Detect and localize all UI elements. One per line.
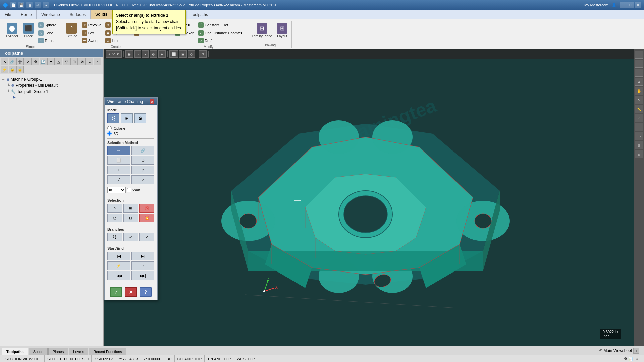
- se-btn-first[interactable]: |◀: [107, 252, 130, 260]
- viewport[interactable]: Auto ▼ ◉ ○ ● ◐ ◈ ⬜ ▣ ◇ ⚙ Streamingtea: [104, 49, 634, 346]
- wait-checkbox[interactable]: [127, 188, 131, 192]
- rt-view-iso[interactable]: ⊿: [635, 114, 643, 122]
- dialog-close-button[interactable]: ✕: [150, 99, 154, 104]
- se-btn-flash[interactable]: ⚡: [107, 261, 130, 270]
- tp-btn-10[interactable]: ⊞: [70, 58, 78, 65]
- help-button[interactable]: ?: [140, 287, 152, 297]
- sel-no-button[interactable]: 🚫: [139, 204, 154, 213]
- vp-icon-3[interactable]: ●: [142, 50, 149, 58]
- vp-icon-8[interactable]: ◇: [188, 50, 195, 58]
- se-btn-rewind[interactable]: |◀◀: [107, 271, 130, 280]
- loft-button[interactable]: ⊿ Loft: [80, 29, 103, 37]
- tp-btn-15[interactable]: 🔒: [9, 66, 16, 73]
- sel-btn-slash[interactable]: ╱: [107, 175, 130, 184]
- ok-button[interactable]: ✓: [110, 287, 122, 297]
- rt-view-top[interactable]: ⊤: [635, 123, 643, 131]
- 3d-radio-row[interactable]: 3D: [107, 131, 154, 136]
- status-tplane[interactable]: TPLANE: TOP: [205, 355, 234, 362]
- bottom-tab-solids[interactable]: Solids: [29, 348, 48, 355]
- trim-by-plane-button[interactable]: ⊟ Trim by Plane: [250, 21, 274, 39]
- 3d-radio[interactable]: [107, 131, 112, 136]
- bottom-tab-planes[interactable]: Planes: [48, 348, 68, 355]
- vp-auto-dropdown[interactable]: Auto ▼: [106, 50, 122, 58]
- layout-button[interactable]: ⊞ Layout: [275, 21, 289, 39]
- add-viewsheet-button[interactable]: +: [633, 348, 639, 354]
- vp-icon-5[interactable]: ◈: [158, 50, 166, 58]
- torus-button[interactable]: ◎ Torus: [37, 37, 58, 44]
- cancel-button[interactable]: ✕: [125, 287, 137, 297]
- rt-zoom-fit[interactable]: ⊡: [635, 60, 643, 68]
- tab-wireframe[interactable]: Wireframe: [37, 10, 65, 19]
- draft-button[interactable]: ↗ Draft: [197, 37, 244, 44]
- tp-btn-4[interactable]: ✕: [24, 58, 32, 65]
- maximize-button[interactable]: □: [627, 2, 634, 8]
- tp-btn-8[interactable]: △: [55, 58, 62, 65]
- cylinder-button[interactable]: ⬤ Cylinder: [4, 21, 20, 39]
- se-btn-next[interactable]: ▶|: [131, 252, 155, 260]
- revolve-button[interactable]: ↻ Revolve: [80, 21, 103, 29]
- sel-star-button[interactable]: 💥: [139, 214, 154, 222]
- status-wcs[interactable]: WCS: TOP: [234, 355, 258, 362]
- sel-btn-crosshair[interactable]: ⊕: [131, 166, 155, 174]
- sphere-button[interactable]: ○ Sphere: [37, 21, 58, 29]
- hole-button[interactable]: ⊙ Hole: [104, 37, 131, 44]
- mode-chain-button[interactable]: ⛓: [107, 113, 119, 123]
- tp-btn-12[interactable]: ≡: [86, 58, 93, 65]
- rt-view-front[interactable]: ▭: [635, 132, 643, 140]
- bottom-tab-levels[interactable]: Levels: [69, 348, 88, 355]
- vp-icon-9[interactable]: ⚙: [199, 50, 207, 58]
- tp-btn-5[interactable]: ⚙: [32, 58, 39, 65]
- rt-zoom-out[interactable]: −: [635, 69, 643, 77]
- bottom-tab-toolpaths[interactable]: Toolpaths: [2, 348, 28, 355]
- tp-btn-3[interactable]: ➕: [16, 58, 24, 65]
- qa-redo[interactable]: ↪: [43, 2, 49, 8]
- vp-icon-4[interactable]: ◐: [150, 50, 157, 58]
- sel-circle-button[interactable]: ◎: [107, 214, 122, 222]
- vp-icon-6[interactable]: ⬜: [169, 50, 178, 58]
- rt-zoom-in[interactable]: +: [635, 51, 643, 59]
- tp-btn-7[interactable]: ▼: [47, 58, 55, 65]
- sel-btn-diamond[interactable]: ◇: [131, 156, 155, 165]
- rt-dynamic[interactable]: ◈: [635, 150, 643, 158]
- tp-btn-13[interactable]: ✓: [94, 58, 101, 65]
- tp-btn-6[interactable]: 🔄: [40, 58, 47, 65]
- sel-arrow-button[interactable]: ↖: [107, 204, 122, 213]
- tab-toolpaths[interactable]: Toolpaths: [186, 10, 213, 19]
- status-section-view[interactable]: SECTION VIEW: OFF: [3, 355, 45, 362]
- vp-icon-7[interactable]: ▣: [179, 50, 187, 58]
- status-3d[interactable]: 3D: [164, 355, 175, 362]
- tab-home[interactable]: Home: [16, 10, 37, 19]
- tp-btn-2[interactable]: 🔗: [9, 58, 16, 65]
- rt-view-right[interactable]: ▯: [635, 141, 643, 149]
- qa-save[interactable]: 💾: [18, 2, 24, 8]
- qa-print[interactable]: 🖨: [26, 2, 33, 8]
- mode-loop-button[interactable]: ⊞: [121, 113, 133, 123]
- tab-surfaces[interactable]: Surfaces: [65, 10, 91, 19]
- tp-btn-14[interactable]: ⚡: [1, 66, 8, 73]
- wait-checkbox-label[interactable]: Wait: [127, 188, 140, 192]
- tp-btn-11[interactable]: ⊠: [78, 58, 86, 65]
- rt-measure[interactable]: 📏: [635, 105, 643, 113]
- sel-btn-rect[interactable]: ⬜: [107, 156, 130, 165]
- vp-icon-2[interactable]: ○: [134, 50, 141, 58]
- cplane-radio-row[interactable]: Cplane: [107, 126, 154, 130]
- sweep-button[interactable]: 〜 Sweep: [80, 37, 103, 44]
- sel-grid-button[interactable]: ⊞: [123, 204, 139, 213]
- cplane-radio[interactable]: [107, 126, 112, 130]
- sel-btn-plus[interactable]: +: [107, 166, 130, 174]
- tab-solids[interactable]: Solids: [91, 10, 112, 19]
- direction-dropdown[interactable]: In Out All: [107, 187, 126, 193]
- status-selected-entities[interactable]: SELECTED ENTITIES: 0: [45, 355, 92, 362]
- tree-machine-group[interactable]: ─ 🖥 Machine Group-1: [2, 76, 101, 82]
- chamfer-button[interactable]: ∠ One Distance Chamfer: [197, 29, 244, 37]
- se-btn-arrow[interactable]: →: [131, 261, 155, 270]
- cone-button[interactable]: △ Cone: [37, 29, 58, 37]
- rt-pan[interactable]: ✋: [635, 87, 643, 95]
- block-button[interactable]: ⬛ Block: [21, 21, 36, 39]
- tree-toolpath-group[interactable]: └ 🔧 Toolpath Group-1: [2, 88, 101, 95]
- qa-undo[interactable]: ↩: [35, 2, 41, 8]
- branch-btn-3[interactable]: ↗: [139, 233, 154, 241]
- se-btn-ff[interactable]: ▶▶|: [131, 271, 155, 280]
- rt-select[interactable]: ↖: [635, 96, 643, 104]
- mode-options-button[interactable]: ⚙: [134, 113, 146, 123]
